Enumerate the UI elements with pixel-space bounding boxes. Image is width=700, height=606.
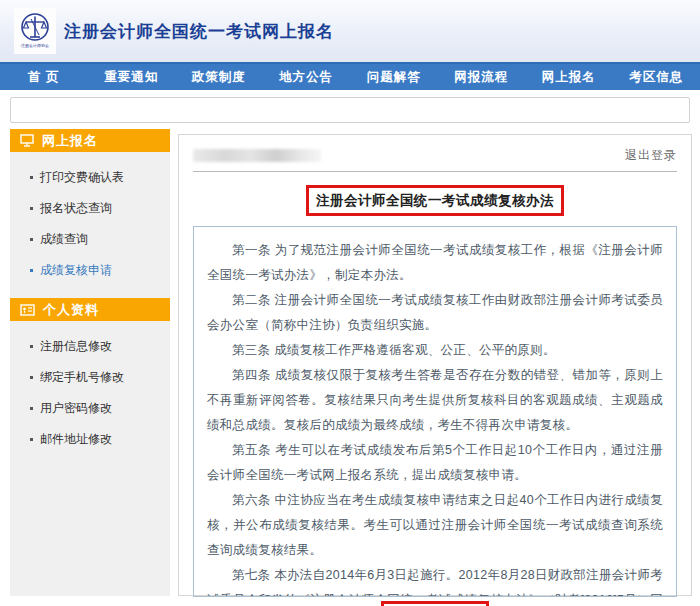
- sidebar-item-phone-number-edit[interactable]: 绑定手机号修改: [10, 362, 170, 393]
- doc-paragraph: 第四条 成绩复核仅限于复核考生答卷是否存在分数的错登、错加等，原则上不再重新评阅…: [207, 363, 663, 438]
- sidebar-item-label: 成绩复核申请: [40, 262, 112, 279]
- sidebar-list-personal: 注册信息修改 绑定手机号修改 用户密码修改 邮件地址修改: [10, 321, 170, 467]
- sidebar-item-print-payment-confirmation[interactable]: 打印交费确认表: [10, 162, 170, 193]
- logout-link[interactable]: 退出登录: [625, 147, 677, 164]
- bullet-icon: [30, 407, 33, 410]
- nav-item-notices[interactable]: 重要通知: [88, 64, 176, 90]
- document-title: 注册会计师全国统一考试成绩复核办法: [316, 193, 554, 208]
- id-card-icon: [20, 304, 35, 316]
- doc-paragraph: 第七条 本办法自2014年6月3日起施行。2012年8月28日财政部注册会计师考…: [207, 563, 663, 597]
- bullet-icon: [30, 345, 33, 348]
- nav-item-registration-process[interactable]: 网报流程: [438, 64, 526, 90]
- notice-strip: [10, 97, 690, 123]
- bullet-icon: [30, 238, 33, 241]
- doc-paragraph: 第二条 注册会计师全国统一考试成绩复核工作由财政部注册会计师考试委员会办公室（简…: [207, 288, 663, 338]
- doc-paragraph: 第五条 考生可以在考试成绩发布后第5个工作日起10个工作日内，通过注册会计师全国…: [207, 438, 663, 488]
- nav-item-policies[interactable]: 政策制度: [175, 64, 263, 90]
- doc-paragraph: 第一条 为了规范注册会计师全国统一考试成绩复核工作，根据《注册会计师全国统一考试…: [207, 238, 663, 288]
- sidebar-section-personal-info: 个人资料: [10, 298, 170, 321]
- sidebar-item-label: 注册信息修改: [40, 338, 112, 355]
- cicpa-seal-icon: ·注册会计师协会·: [17, 11, 53, 51]
- panel-top-bar: 退出登录: [193, 145, 677, 165]
- sidebar-item-registration-info-edit[interactable]: 注册信息修改: [10, 331, 170, 362]
- sidebar-list-registration: 打印交费确认表 报名状态查询 成绩查询 成绩复核申请: [10, 152, 170, 298]
- page-title: 注册会计师全国统一考试网上报名: [64, 20, 334, 43]
- sidebar-item-score-review-application[interactable]: 成绩复核申请: [10, 255, 170, 286]
- doc-paragraph: 第六条 中注协应当在考生成绩复核申请结束之日起40个工作日内进行成绩复核，并公布…: [207, 488, 663, 563]
- doc-paragraph: 第三条 成绩复核工作严格遵循客观、公正、公平的原则。: [207, 338, 663, 363]
- nav-item-online-registration[interactable]: 网上报名: [525, 64, 613, 90]
- site-header: ·注册会计师协会· 注册会计师全国统一考试网上报名: [0, 0, 700, 62]
- bullet-icon: [30, 269, 33, 272]
- bullet-icon: [30, 207, 33, 210]
- sidebar-item-label: 报名状态查询: [40, 200, 112, 217]
- monitor-icon: [20, 134, 34, 147]
- main-panel: 退出登录 注册会计师全国统一考试成绩复核办法 第一条 为了规范注册会计师全国统一…: [178, 134, 692, 596]
- sidebar-item-label: 用户密码修改: [40, 400, 112, 417]
- svg-text:·注册会计师协会·: ·注册会计师协会·: [20, 43, 51, 48]
- nav-item-local-announcements[interactable]: 地方公告: [263, 64, 351, 90]
- nav-item-exam-area-info[interactable]: 考区信息: [613, 64, 700, 90]
- main-nav: 首 页 重要通知 政策制度 地方公告 问题解答 网报流程 网上报名 考区信息: [0, 62, 700, 90]
- sidebar-item-registration-status[interactable]: 报名状态查询: [10, 193, 170, 224]
- bullet-icon: [30, 176, 33, 179]
- nav-item-faq[interactable]: 问题解答: [350, 64, 438, 90]
- sidebar-item-label: 打印交费确认表: [40, 169, 124, 186]
- red-annotation-box: 下一步(1): [381, 601, 490, 606]
- sidebar-section-title: 网上报名: [42, 132, 98, 150]
- cicpa-logo: ·注册会计师协会·: [14, 8, 56, 54]
- content-row: 网上报名 打印交费确认表 报名状态查询 成绩查询 成绩复核申请: [0, 123, 700, 596]
- doc-title-row: 注册会计师全国统一考试成绩复核办法: [193, 185, 677, 216]
- bullet-icon: [30, 438, 33, 441]
- sidebar-item-score-query[interactable]: 成绩查询: [10, 224, 170, 255]
- sidebar-item-password-edit[interactable]: 用户密码修改: [10, 393, 170, 424]
- sidebar: 网上报名 打印交费确认表 报名状态查询 成绩查询 成绩复核申请: [10, 129, 170, 596]
- sidebar-item-label: 邮件地址修改: [40, 431, 112, 448]
- sidebar-item-label: 成绩查询: [40, 231, 88, 248]
- redacted-username: [193, 149, 321, 162]
- bullet-icon: [30, 376, 33, 379]
- sidebar-item-email-edit[interactable]: 邮件地址修改: [10, 424, 170, 455]
- sidebar-item-label: 绑定手机号修改: [40, 369, 124, 386]
- sidebar-section-online-registration: 网上报名: [10, 129, 170, 152]
- nav-item-home[interactable]: 首 页: [0, 64, 88, 90]
- button-row: 下一步(1): [193, 601, 677, 606]
- divider: [193, 171, 677, 172]
- red-annotation-box: 注册会计师全国统一考试成绩复核办法: [306, 185, 564, 216]
- sidebar-section-title: 个人资料: [43, 301, 99, 319]
- document-body: 第一条 为了规范注册会计师全国统一考试成绩复核工作，根据《注册会计师全国统一考试…: [193, 226, 677, 597]
